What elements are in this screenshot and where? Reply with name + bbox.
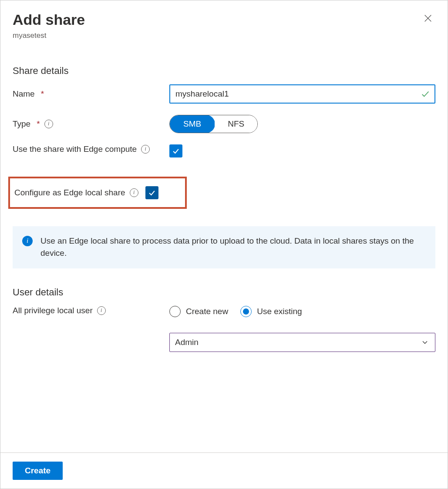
share-details-heading: Share details	[13, 65, 435, 77]
radio-use-existing-label: Use existing	[257, 307, 302, 316]
user-select[interactable]: Admin	[169, 333, 435, 352]
edge-compute-checkbox[interactable]	[169, 144, 182, 157]
info-icon[interactable]: i	[44, 120, 53, 128]
user-label: All privilege local user	[13, 306, 93, 315]
required-marker: *	[41, 89, 44, 99]
edge-compute-label: Use the share with Edge compute	[13, 144, 137, 154]
page-subtitle: myasetest	[13, 31, 85, 40]
valid-check-icon	[421, 89, 430, 99]
edge-local-checkbox[interactable]	[145, 186, 158, 199]
type-label: Type	[13, 119, 30, 129]
user-radio-group: Create new Use existing	[169, 306, 435, 317]
type-option-smb[interactable]: SMB	[169, 115, 215, 133]
radio-create-new[interactable]: Create new	[169, 306, 228, 317]
name-input[interactable]	[169, 84, 435, 104]
type-segmented: SMB NFS	[169, 115, 258, 133]
info-banner: i Use an Edge local share to process dat…	[13, 226, 435, 268]
required-marker: *	[37, 119, 40, 129]
page-title: Add share	[13, 11, 85, 29]
edge-local-label: Configure as Edge local share	[14, 188, 125, 198]
name-label: Name	[13, 89, 35, 99]
radio-use-existing[interactable]: Use existing	[240, 306, 302, 317]
check-icon	[148, 188, 156, 197]
info-icon[interactable]: i	[130, 188, 138, 197]
edge-local-highlight: Configure as Edge local share i	[8, 177, 187, 209]
info-banner-text: Use an Edge local share to process data …	[40, 235, 426, 260]
info-icon[interactable]: i	[141, 145, 150, 154]
close-icon	[423, 13, 433, 23]
info-icon[interactable]: i	[97, 306, 106, 315]
close-button[interactable]	[421, 11, 435, 26]
user-details-heading: User details	[13, 287, 435, 298]
type-option-nfs[interactable]: NFS	[215, 115, 257, 133]
info-banner-icon: i	[22, 236, 33, 246]
radio-create-new-label: Create new	[186, 307, 228, 316]
check-icon	[172, 147, 180, 155]
create-button[interactable]: Create	[13, 462, 63, 480]
chevron-down-icon	[421, 338, 429, 347]
user-select-value: Admin	[175, 338, 199, 347]
